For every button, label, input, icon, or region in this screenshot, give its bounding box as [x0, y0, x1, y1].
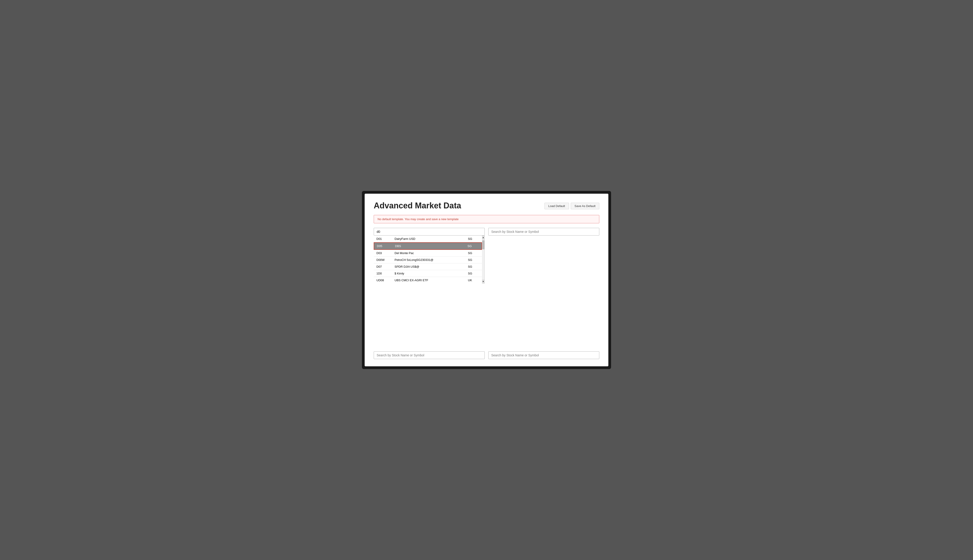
right-search-input-top[interactable] — [488, 228, 599, 235]
stock-exchange: SG — [468, 244, 479, 248]
header-row: Advanced Market Data Load Default Save A… — [374, 201, 599, 210]
bottom-left-search-input[interactable] — [374, 352, 485, 359]
alert-text: No default template. You may create and … — [378, 217, 459, 221]
stock-list: D01 DairyFarm USD SG D05 DBS SG D03 Del … — [374, 235, 482, 283]
page-title: Advanced Market Data — [374, 201, 461, 210]
save-as-default-button[interactable]: Save As Default — [571, 203, 600, 209]
stock-exchange: SG — [468, 272, 479, 275]
list-item[interactable]: D00W PetroCH 5xLongSG230331@ SG — [374, 257, 482, 263]
list-item[interactable]: D01 DairyFarm USD SG — [374, 235, 482, 242]
stock-exchange: SG — [468, 237, 479, 240]
stock-exchange: UK — [468, 278, 479, 282]
scrollbar-track: ▲ ▼ — [482, 235, 485, 283]
left-panel: D01 DairyFarm USD SG D05 DBS SG D03 Del … — [374, 228, 485, 283]
main-area: D01 DairyFarm USD SG D05 DBS SG D03 Del … — [374, 228, 599, 283]
bottom-search-row — [374, 352, 599, 359]
right-panel — [488, 228, 599, 283]
stock-exchange: SG — [468, 258, 479, 262]
window-content: Advanced Market Data Load Default Save A… — [364, 194, 609, 366]
stock-name: PetroCH 5xLongSG230331@ — [395, 258, 468, 262]
stock-name: SPDR DJIA US$@ — [395, 265, 468, 268]
bottom-right-search — [488, 352, 599, 359]
stock-exchange: SG — [468, 252, 479, 255]
stock-search-input[interactable] — [374, 228, 485, 235]
stock-name: DBS — [395, 244, 468, 248]
list-item[interactable]: 1D0 $ Kimly SG — [374, 270, 482, 277]
load-default-button[interactable]: Load Default — [545, 203, 569, 209]
stock-symbol: 1D0 — [376, 272, 395, 275]
stock-name: $ Kimly — [395, 272, 468, 275]
stock-symbol: D05 — [377, 244, 395, 248]
bottom-left-search — [374, 352, 485, 359]
list-item-selected[interactable]: D05 DBS SG — [374, 242, 482, 250]
list-item[interactable]: D03 Del Monte Pac SG — [374, 250, 482, 257]
stock-symbol: D01 — [376, 237, 395, 240]
stock-name: Del Monte Pac — [395, 252, 468, 255]
stock-exchange: SG — [468, 265, 479, 268]
scrollbar-down-button[interactable]: ▼ — [482, 280, 485, 283]
stock-symbol: D03 — [376, 252, 395, 255]
scrollbar-thumb[interactable] — [482, 240, 485, 249]
stock-symbol: D00W — [376, 258, 395, 262]
bottom-right-search-input[interactable] — [488, 352, 599, 359]
list-item[interactable]: UD08 UBS CMCI EX-AGRI ETF UK — [374, 277, 482, 283]
dropdown-container: D01 DairyFarm USD SG D05 DBS SG D03 Del … — [374, 235, 485, 283]
list-item[interactable]: D07 SPDR DJIA US$@ SG — [374, 263, 482, 270]
header-buttons: Load Default Save As Default — [545, 203, 599, 209]
stock-name: DairyFarm USD — [395, 237, 468, 240]
stock-symbol: UD08 — [376, 278, 395, 282]
scrollbar-up-button[interactable]: ▲ — [482, 236, 485, 239]
window-frame: Advanced Market Data Load Default Save A… — [362, 191, 611, 369]
stock-symbol: D07 — [376, 265, 395, 268]
stock-name: UBS CMCI EX-AGRI ETF — [395, 278, 468, 282]
alert-banner: No default template. You may create and … — [374, 215, 599, 223]
